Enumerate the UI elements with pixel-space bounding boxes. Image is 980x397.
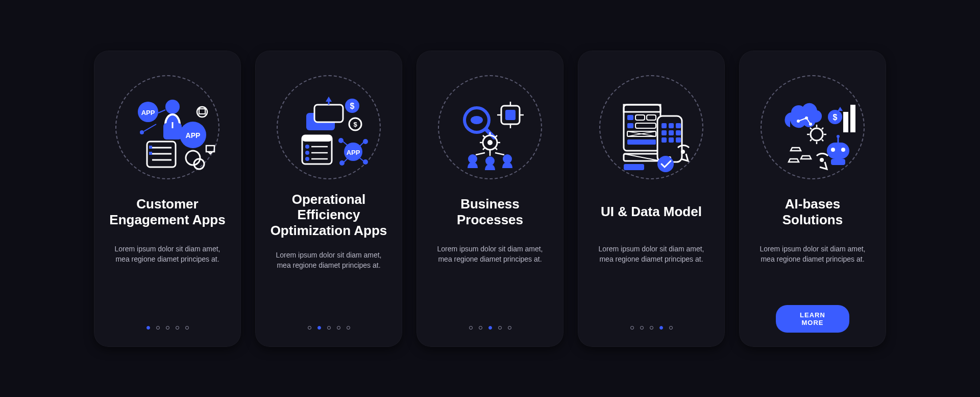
pagination-dots — [94, 326, 241, 330]
svg-point-39 — [363, 139, 368, 144]
ui-data-model-icon — [599, 75, 703, 179]
business-processes-icon — [438, 75, 542, 179]
card-title: Business Processes — [431, 192, 549, 232]
svg-point-88 — [657, 156, 674, 172]
dot-indicator[interactable] — [176, 326, 179, 330]
pagination-dots — [416, 326, 564, 330]
learn-more-button[interactable]: LEARN MORE — [776, 305, 849, 333]
svg-rect-67 — [647, 115, 656, 120]
svg-rect-29 — [302, 135, 332, 142]
svg-rect-64 — [624, 105, 660, 112]
svg-point-30 — [305, 145, 309, 149]
dot-indicator[interactable] — [498, 326, 502, 330]
svg-rect-73 — [627, 139, 656, 145]
dot-indicator[interactable] — [347, 326, 350, 330]
svg-rect-81 — [676, 123, 681, 128]
svg-rect-16 — [199, 109, 205, 114]
svg-line-75 — [624, 154, 660, 161]
svg-text:$: $ — [350, 102, 355, 110]
svg-rect-79 — [662, 123, 667, 128]
ai-solutions-icon: $ — [761, 75, 865, 179]
svg-rect-100 — [827, 143, 849, 159]
svg-text:APP: APP — [141, 109, 155, 116]
card-title: AI-bases Solutions — [753, 192, 872, 232]
svg-text:$: $ — [353, 121, 357, 128]
card-description: Lorem ipsum dolor sit diam amet, mea reg… — [431, 244, 549, 265]
card-description: Lorem ipsum dolor sit diam amet, mea reg… — [108, 244, 227, 265]
svg-rect-66 — [635, 115, 645, 120]
dot-indicator[interactable] — [308, 326, 311, 330]
svg-point-104 — [837, 135, 840, 138]
svg-rect-68 — [627, 123, 633, 128]
dot-indicator[interactable] — [669, 326, 673, 330]
svg-point-89 — [681, 150, 685, 154]
svg-point-41 — [339, 160, 345, 166]
svg-line-44 — [358, 157, 363, 161]
pagination-dots — [255, 326, 402, 330]
pagination-dots — [578, 326, 725, 330]
dot-indicator[interactable] — [479, 326, 482, 330]
dot-indicator[interactable] — [659, 326, 663, 330]
svg-point-102 — [841, 148, 845, 152]
dot-indicator[interactable] — [317, 326, 321, 330]
svg-text:APP: APP — [347, 149, 360, 156]
dot-indicator[interactable] — [650, 326, 653, 330]
svg-point-47 — [471, 116, 483, 124]
dot-indicator[interactable] — [640, 326, 644, 330]
svg-point-13 — [186, 151, 200, 165]
onboarding-card-4: UI & Data Model Lorem ipsum dolor sit di… — [578, 51, 725, 347]
dot-indicator[interactable] — [508, 326, 511, 330]
card-title: Customer Engagement Apps — [108, 192, 227, 232]
svg-rect-84 — [676, 130, 681, 135]
svg-rect-69 — [635, 123, 656, 128]
svg-rect-83 — [669, 130, 674, 135]
svg-line-18 — [144, 124, 156, 131]
svg-point-56 — [487, 140, 493, 145]
svg-point-38 — [338, 138, 344, 143]
svg-rect-105 — [831, 159, 845, 165]
svg-line-62 — [495, 153, 504, 155]
card-title: UI & Data Model — [601, 192, 702, 232]
svg-rect-12 — [149, 152, 152, 155]
svg-rect-85 — [662, 137, 667, 143]
dot-indicator[interactable] — [327, 326, 331, 330]
svg-point-0 — [165, 100, 180, 114]
svg-rect-80 — [669, 123, 674, 128]
svg-rect-98 — [843, 112, 848, 132]
svg-point-32 — [305, 151, 309, 155]
svg-point-95 — [811, 128, 823, 141]
dot-indicator[interactable] — [156, 326, 160, 330]
svg-rect-76 — [624, 164, 644, 170]
svg-line-61 — [476, 153, 485, 155]
svg-rect-86 — [669, 137, 674, 143]
svg-point-40 — [363, 159, 368, 165]
svg-point-106 — [820, 158, 824, 162]
dot-indicator[interactable] — [488, 326, 492, 330]
svg-rect-22 — [314, 105, 343, 122]
onboarding-card-2: $ $ APP Operational Efficiency Optimizat… — [255, 51, 402, 347]
svg-rect-11 — [149, 146, 152, 149]
card-description: Lorem ipsum dolor sit diam amet, mea reg… — [270, 250, 388, 271]
dot-indicator[interactable] — [185, 326, 189, 330]
svg-text:APP: APP — [186, 131, 201, 139]
svg-point-17 — [140, 130, 144, 134]
dot-indicator[interactable] — [146, 326, 150, 330]
svg-rect-87 — [676, 137, 681, 143]
dot-indicator[interactable] — [630, 326, 634, 330]
onboarding-card-1: APP APP Customer Engagement Apps Lorem i… — [94, 51, 241, 347]
svg-point-101 — [831, 148, 835, 152]
dot-indicator[interactable] — [166, 326, 169, 330]
dot-indicator[interactable] — [469, 326, 473, 330]
card-description: Lorem ipsum dolor sit diam amet, mea reg… — [592, 244, 710, 265]
onboarding-card-3: Business Processes Lorem ipsum dolor sit… — [416, 51, 564, 347]
customer-engagement-icon: APP APP — [115, 75, 219, 179]
svg-rect-82 — [662, 130, 667, 135]
svg-rect-99 — [850, 105, 855, 132]
card-title: Operational Efficiency Optimization Apps — [270, 192, 388, 239]
svg-rect-50 — [505, 110, 516, 120]
svg-line-19 — [158, 110, 165, 113]
card-description: Lorem ipsum dolor sit diam amet, mea reg… — [753, 244, 872, 265]
operational-efficiency-icon: $ $ APP — [277, 75, 381, 179]
dot-indicator[interactable] — [337, 326, 340, 330]
svg-point-34 — [305, 157, 309, 161]
